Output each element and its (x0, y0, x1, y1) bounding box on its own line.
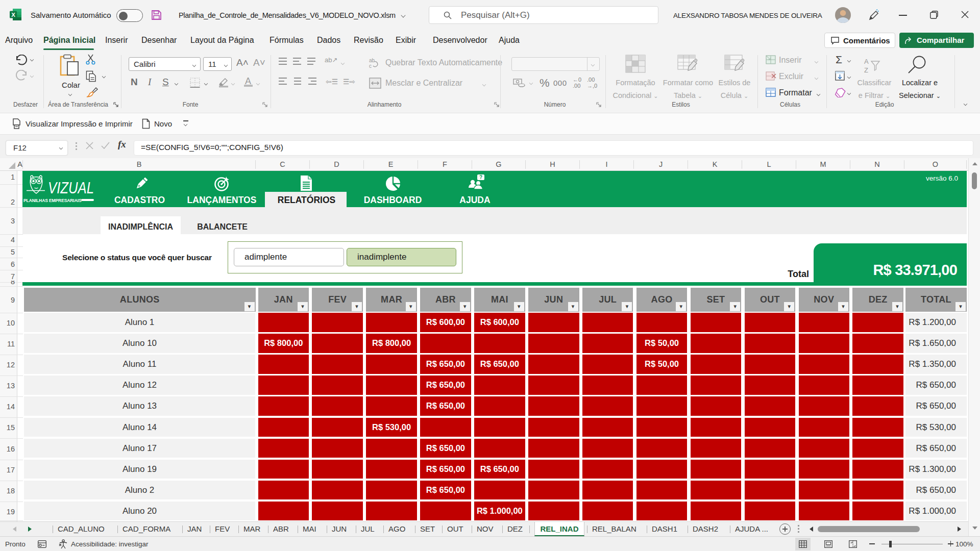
svg-text:A: A (864, 58, 869, 65)
svg-text:c: c (369, 63, 372, 69)
svg-text:Z: Z (864, 66, 868, 74)
svg-text:X: X (11, 12, 15, 18)
svg-text:?: ? (479, 174, 482, 180)
svg-text:VIZUAL: VIZUAL (48, 179, 94, 197)
svg-text:ab: ab (369, 58, 375, 63)
